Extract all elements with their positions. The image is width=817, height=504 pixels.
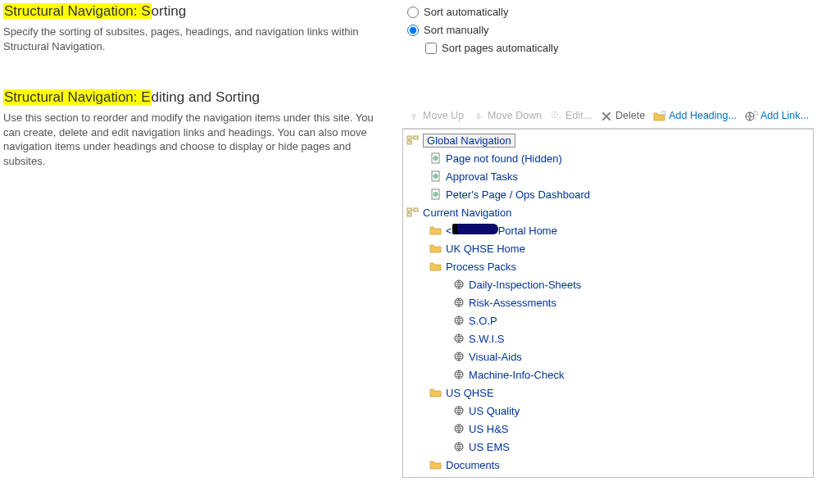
sort-pages-auto-row[interactable]: Sort pages automatically [425,39,814,57]
sort-options: Sort automatically Sort manually Sort pa… [402,3,814,57]
svg-rect-5 [407,141,411,144]
sort-manual-row[interactable]: Sort manually [407,21,814,39]
tree-item-process-packs[interactable]: Process Packs [406,257,810,275]
editor-toolbar: Move Up Move Down Edit... [402,105,814,129]
page-icon [429,152,443,165]
navigation-tree[interactable]: Global Navigation Page not found (Hidden… [402,129,814,478]
section-editing: Structural Navigation: Editing and Sorti… [3,89,378,168]
link-globe-icon [452,332,465,345]
section-sorting: Structural Navigation: Sorting Specify t… [3,3,378,53]
tree-root-global[interactable]: Global Navigation [406,131,810,149]
tree-root-current[interactable]: Current Navigation [406,203,810,221]
svg-rect-14 [407,213,411,216]
tree-item-us-hs[interactable]: US H&S [406,420,810,438]
folder-icon [429,260,443,273]
section-sorting-title-highlight: Structural Navigation: S [3,3,152,19]
globe-pencil-icon [550,110,563,123]
tree-item-us-quality[interactable]: US Quality [406,402,810,420]
tree-item-risk[interactable]: Risk-Assessments [406,293,810,311]
radio-sort-auto-label: Sort automatically [424,4,508,21]
link-globe-icon [452,368,465,381]
tree-item-uk-qhse[interactable]: UK QHSE Home [406,239,810,257]
move-up-button[interactable]: Move Up [404,108,467,125]
svg-rect-13 [407,208,411,211]
section-editing-title-highlight: Structural Navigation: E [3,89,152,105]
globe-link-icon [745,110,758,123]
section-editing-title: Structural Navigation: Editing and Sorti… [3,89,378,106]
link-globe-icon [452,404,465,417]
section-editing-desc: Use this section to reorder and modify t… [3,111,378,168]
page-icon [429,188,443,201]
tree-item-page-not-found[interactable]: Page not found (Hidden) [406,149,810,167]
edit-button[interactable]: Edit... [547,108,595,125]
link-globe-icon [452,440,465,453]
tree-item-portal-home[interactable]: <Portal Home [406,221,810,239]
svg-rect-1 [662,111,665,115]
add-heading-button[interactable]: Add Heading... [650,108,740,125]
tree-item-swis[interactable]: S.W.I.S [406,329,810,347]
checkbox-sort-pages-auto-label: Sort pages automatically [442,40,558,57]
tree-item-sop[interactable]: S.O.P [406,311,810,329]
page-icon [429,170,443,183]
navigation-editor: Move Up Move Down Edit... [402,105,814,478]
tree-item-daily-inspection[interactable]: Daily-Inspection-Sheets [406,275,810,293]
redacted-text [452,224,498,234]
tree-item-peters[interactable]: Peter's Page / Ops Dashboard [406,185,810,203]
tree-item-documents[interactable]: Documents [406,456,810,474]
link-globe-icon [452,422,465,435]
folder-new-icon [653,110,666,123]
move-down-button[interactable]: Move Down [469,108,545,125]
section-sorting-desc: Specify the sorting of subsites, pages, … [3,25,378,53]
radio-sort-manual[interactable] [407,25,419,36]
link-globe-icon [452,296,465,309]
svg-rect-3 [754,111,757,115]
folder-icon [429,386,443,399]
delete-x-icon [600,110,613,123]
arrow-down-icon [472,110,485,123]
svg-rect-15 [414,208,418,211]
folder-icon [429,458,443,471]
add-link-button[interactable]: Add Link... [742,108,812,125]
link-globe-icon [452,314,465,327]
tree-item-us-ems[interactable]: US EMS [406,438,810,456]
folder-icon [429,242,443,255]
folder-icon [429,224,443,237]
tree-item-us-qhse[interactable]: US QHSE [406,384,810,402]
svg-rect-6 [414,136,418,139]
sort-auto-row[interactable]: Sort automatically [407,3,814,21]
link-globe-icon [452,278,465,291]
radio-sort-auto[interactable] [407,7,419,18]
checkbox-sort-pages-auto[interactable] [425,43,437,54]
svg-rect-4 [407,136,411,139]
tree-item-machine-info[interactable]: Machine-Info-Check [406,366,810,384]
radio-sort-manual-label: Sort manually [424,22,488,39]
nav-root-icon [406,134,420,147]
tree-item-approval[interactable]: Approval Tasks [406,167,810,185]
tree-item-visual-aids[interactable]: Visual-Aids [406,347,810,366]
nav-root-icon [406,206,420,219]
arrow-up-icon [407,110,420,123]
delete-button[interactable]: Delete [597,108,648,125]
link-globe-icon [452,350,465,363]
section-sorting-title: Structural Navigation: Sorting [3,3,378,20]
